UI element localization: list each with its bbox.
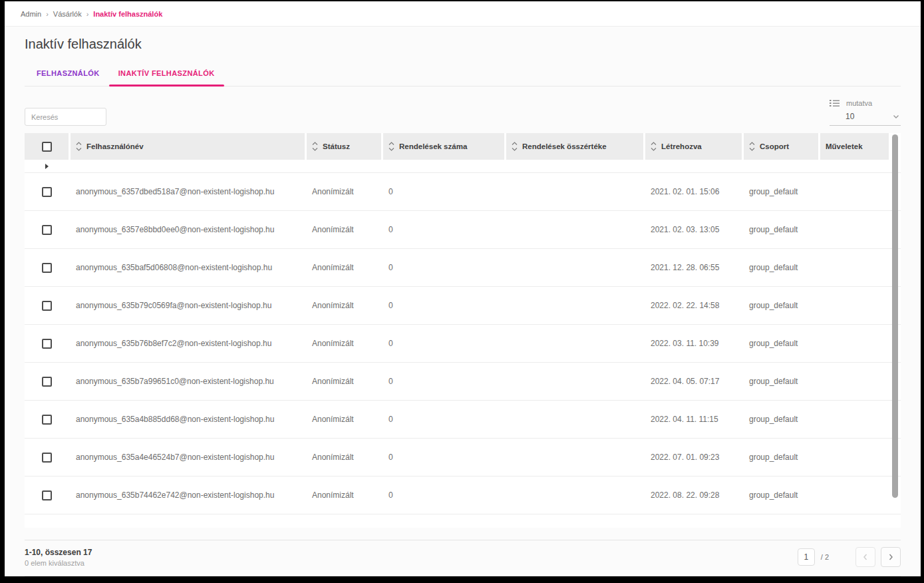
per-page-label: mutatva [846, 99, 872, 107]
column-header-label: Rendelések összértéke [522, 142, 607, 150]
column-header-label: Csoport [760, 142, 789, 150]
cell-status: Anonímizált [307, 263, 381, 272]
column-header-actions: Műveletek [820, 133, 889, 160]
row-checkbox[interactable] [42, 377, 52, 387]
cell-username: anonymous_635b7a99651c0@non-existent-log… [71, 377, 305, 386]
cell-status: Anonímizált [307, 415, 381, 424]
per-page-widget: mutatva 10 [830, 99, 901, 126]
table-row: anonymous_6357e8bbd0ee0@non-existent-log… [25, 211, 901, 249]
table-row: anonymous_635a4e46524b7@non-existent-log… [25, 439, 901, 477]
list-icon [830, 99, 840, 107]
row-checkbox[interactable] [42, 415, 52, 425]
row-checkbox[interactable] [42, 263, 52, 273]
table-header-row: FelhasználónévStátuszRendelések számaRen… [25, 133, 889, 160]
per-page-value: 10 [846, 112, 854, 121]
row-checkbox[interactable] [42, 490, 52, 500]
cell-orders-count: 0 [383, 301, 504, 310]
cell-created: 2022. 02. 22. 14:58 [645, 301, 742, 310]
cell-created: 2022. 03. 11. 10:39 [645, 339, 742, 348]
cell-username: anonymous_635b74462e742@non-existent-log… [71, 490, 305, 500]
cell-orders-count: 0 [383, 339, 504, 348]
cell-orders-count: 0 [383, 187, 504, 196]
column-header-label: Műveletek [826, 142, 863, 150]
cell-created: 2022. 04. 11. 11:15 [645, 415, 742, 424]
row-checkbox[interactable] [42, 339, 52, 349]
cell-created: 2021. 12. 28. 06:55 [645, 263, 742, 272]
breadcrumb-separator-icon: › [86, 10, 89, 18]
cell-username: anonymous_6357e8bbd0ee0@non-existent-log… [71, 225, 305, 234]
cell-created: 2021. 02. 03. 13:05 [645, 225, 742, 234]
expand-triangle-icon[interactable] [25, 164, 69, 169]
cell-username: anonymous_635a4b885dd68@non-existent-log… [71, 415, 305, 424]
cell-username: anonymous_635b76b8ef7c2@non-existent-log… [71, 339, 305, 348]
table-footer: 1-10, összesen 17 0 elem kiválasztva 1 /… [25, 540, 901, 576]
chevron-right-icon [887, 553, 894, 561]
cell-status: Anonímizált [307, 490, 381, 500]
current-page-box[interactable]: 1 [798, 548, 815, 566]
cell-group: group_default [744, 225, 818, 234]
column-header-status[interactable]: Státusz [307, 133, 381, 160]
row-checkbox[interactable] [42, 225, 52, 235]
row-checkbox[interactable] [42, 453, 52, 463]
column-header-orders_count[interactable]: Rendelések száma [383, 133, 504, 160]
select-all-checkbox[interactable] [42, 142, 52, 152]
breadcrumb-item-vasarlok[interactable]: Vásárlók [53, 10, 82, 18]
sort-arrows-icon[interactable] [651, 142, 657, 151]
pagination: 1 / 2 [798, 547, 901, 567]
prev-page-button[interactable] [855, 547, 875, 567]
cell-username: anonymous_635baf5d06808@non-existent-log… [71, 263, 305, 272]
vertical-scrollbar[interactable] [892, 134, 898, 498]
row-checkbox[interactable] [42, 301, 52, 311]
table-row: anonymous_635b79c0569fa@non-existent-log… [25, 287, 901, 325]
sort-arrows-icon[interactable] [512, 142, 518, 151]
column-header-group[interactable]: Csoport [744, 133, 818, 160]
selection-summary: 0 elem kiválasztva [25, 559, 92, 567]
sort-arrows-icon[interactable] [76, 142, 82, 151]
tab-bar: FELHASZNÁLÓK INAKTÍV FELHASZNÁLÓK [25, 63, 901, 87]
breadcrumb-item-current: Inaktív felhasználók [93, 10, 162, 18]
chevron-down-icon [893, 114, 899, 119]
breadcrumb-item-admin[interactable]: Admin [21, 10, 41, 18]
cell-orders-count: 0 [383, 377, 504, 386]
cell-username: anonymous_635a4e46524b7@non-existent-log… [71, 453, 305, 462]
users-table: FelhasználónévStátuszRendelések számaRen… [25, 133, 901, 528]
row-checkbox[interactable] [42, 187, 52, 197]
cell-status: Anonímizált [307, 225, 381, 234]
cell-group: group_default [744, 301, 818, 310]
column-header-label: Létrehozva [661, 142, 702, 150]
chevron-left-icon [862, 553, 869, 561]
table-row: anonymous_635a4b885dd68@non-existent-log… [25, 401, 901, 439]
footer-summary: 1-10, összesen 17 0 elem kiválasztva [25, 548, 92, 567]
total-pages-label: / 2 [821, 553, 829, 561]
table-row: anonymous_6357dbed518a7@non-existent-log… [25, 173, 901, 211]
cell-username: anonymous_6357dbed518a7@non-existent-log… [71, 187, 305, 196]
app-frame: Admin › Vásárlók › Inaktív felhasználók … [5, 1, 921, 576]
cell-status: Anonímizált [307, 187, 381, 196]
cell-status: Anonímizált [307, 301, 381, 310]
breadcrumb: Admin › Vásárlók › Inaktív felhasználók [5, 1, 921, 27]
sort-arrows-icon[interactable] [749, 142, 755, 151]
sort-arrows-icon[interactable] [312, 142, 318, 151]
column-header-orders_value[interactable]: Rendelések összértéke [506, 133, 643, 160]
cell-created: 2022. 07. 01. 09:23 [645, 453, 742, 462]
cell-username: anonymous_635b79c0569fa@non-existent-log… [71, 301, 305, 310]
next-page-button[interactable] [881, 547, 901, 567]
column-header-created[interactable]: Létrehozva [645, 133, 742, 160]
table-row: anonymous_635b7a99651c0@non-existent-log… [25, 363, 901, 401]
cell-status: Anonímizált [307, 453, 381, 462]
cell-created: 2022. 08. 22. 09:28 [645, 490, 742, 500]
cell-orders-count: 0 [383, 263, 504, 272]
column-header-username[interactable]: Felhasználónév [71, 133, 305, 160]
column-header-label: Felhasználónév [86, 142, 144, 150]
per-page-select[interactable]: 10 [830, 112, 901, 126]
cell-group: group_default [744, 490, 818, 500]
breadcrumb-separator-icon: › [46, 10, 49, 18]
table-body: anonymous_6357dbed518a7@non-existent-log… [25, 173, 901, 514]
cell-status: Anonímizált [307, 339, 381, 348]
sort-arrows-icon[interactable] [388, 142, 394, 151]
cell-group: group_default [744, 377, 818, 386]
tab-felhasznalok[interactable]: FELHASZNÁLÓK [27, 63, 109, 86]
table-row: anonymous_635baf5d06808@non-existent-log… [25, 249, 901, 287]
search-input[interactable] [25, 108, 106, 126]
tab-inaktiv-felhasznalok[interactable]: INAKTÍV FELHASZNÁLÓK [109, 63, 224, 86]
